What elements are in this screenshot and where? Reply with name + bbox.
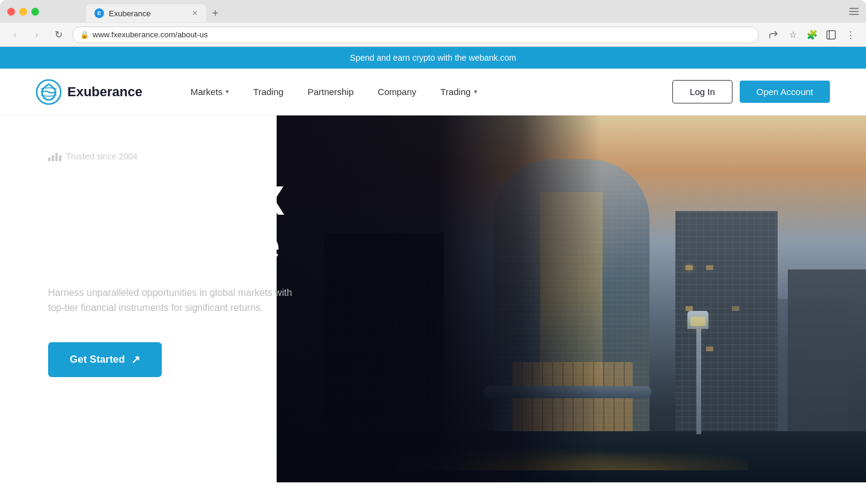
get-started-arrow-icon: ↗: [131, 353, 140, 366]
maximize-window-button[interactable]: [31, 8, 39, 16]
close-window-button[interactable]: [7, 8, 15, 16]
announcement-banner: Spend and earn crypto with the webank.co…: [0, 47, 866, 69]
hero-background-image: [277, 115, 866, 482]
bar-chart-icon: [48, 152, 61, 161]
nav-item-partnership[interactable]: Partnership: [307, 87, 354, 97]
share-button[interactable]: [765, 26, 782, 43]
svg-rect-2: [849, 14, 859, 15]
hero-subtitle: Harness unparalleled opportunities in gl…: [48, 285, 301, 316]
logo-text: Exuberance: [67, 84, 143, 100]
refresh-button[interactable]: ↻: [51, 27, 66, 43]
site-logo[interactable]: Exuberance: [36, 79, 143, 105]
extensions-button[interactable]: 🧩: [803, 26, 820, 43]
forward-button[interactable]: ›: [29, 27, 45, 43]
hero-title-line1: Discover FX: [48, 177, 284, 223]
hero-content: Trusted since 2004 Discover FX Exuberanc…: [0, 115, 349, 413]
nav-item-trading[interactable]: Trading: [253, 87, 283, 97]
website-content: Spend and earn crypto with the webank.co…: [0, 47, 866, 482]
back-button[interactable]: ‹: [7, 27, 23, 43]
menu-button[interactable]: ⋮: [842, 26, 859, 43]
nav-item-company[interactable]: Company: [378, 87, 416, 97]
address-bar: ‹ › ↻ 🔒 www.fxexuberance.com/about-us ☆ …: [0, 23, 866, 47]
browser-toolbar-actions: ☆ 🧩 ⋮: [765, 26, 859, 43]
url-bar[interactable]: 🔒 www.fxexuberance.com/about-us: [72, 26, 759, 43]
main-navbar: Exuberance Markets ▾ Trading Partnership…: [0, 69, 866, 115]
hero-section: Trusted since 2004 Discover FX Exuberanc…: [0, 115, 866, 482]
banner-text: Spend and earn crypto with the webank.co…: [350, 53, 516, 63]
tab-favicon-icon: E: [94, 8, 104, 18]
trusted-badge: Trusted since 2004: [48, 152, 301, 161]
bookmark-button[interactable]: ☆: [784, 26, 801, 43]
nav-links-container: Markets ▾ Trading Partnership Company Tr…: [191, 87, 672, 97]
tab-title: Exuberance: [109, 9, 150, 18]
trusted-text: Trusted since 2004: [66, 152, 138, 161]
get-started-button[interactable]: Get Started ↗: [48, 342, 162, 377]
hero-title-line2: Exuberance: [48, 223, 280, 268]
traffic-lights: [7, 8, 39, 16]
nav-item-trading2[interactable]: Trading ▾: [440, 87, 477, 97]
sidebar-toggle-button[interactable]: [823, 26, 840, 43]
svg-rect-0: [849, 8, 859, 9]
svg-rect-1: [849, 11, 859, 12]
browser-tab[interactable]: E Exuberance ✕: [86, 4, 206, 22]
url-text: www.fxexuberance.com/about-us: [93, 30, 207, 39]
nav-actions-container: Log In Open Account: [672, 80, 830, 103]
logo-icon: [36, 79, 61, 105]
window-controls-icon: [849, 8, 859, 15]
hero-title: Discover FX Exuberance: [48, 178, 301, 268]
svg-rect-3: [827, 31, 835, 39]
browser-chrome: E Exuberance ✕ + ‹ › ↻ 🔒 www.fxexuberanc…: [0, 0, 866, 47]
nav-item-markets[interactable]: Markets ▾: [191, 87, 229, 97]
browser-titlebar: E Exuberance ✕ +: [0, 0, 866, 23]
lock-icon: 🔒: [80, 31, 89, 39]
get-started-label: Get Started: [70, 354, 125, 366]
login-button[interactable]: Log In: [672, 80, 732, 103]
new-tab-button[interactable]: +: [206, 4, 224, 22]
trading2-chevron-icon: ▾: [474, 88, 478, 96]
minimize-window-button[interactable]: [19, 8, 27, 16]
tab-close-button[interactable]: ✕: [192, 9, 198, 17]
markets-chevron-icon: ▾: [226, 88, 229, 96]
open-account-button[interactable]: Open Account: [740, 81, 830, 103]
